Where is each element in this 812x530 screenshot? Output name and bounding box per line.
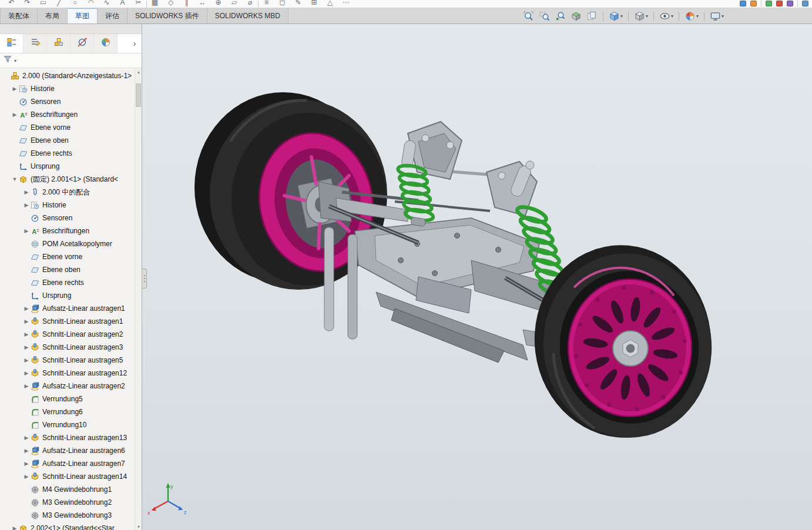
tree-item[interactable]: M3 Gewindebohrung2 — [0, 496, 142, 509]
dropdown-caret-icon[interactable]: ▾ — [620, 14, 623, 19]
tree-item[interactable]: Verrundung6 — [0, 405, 142, 418]
filter-icon[interactable] — [3, 55, 12, 66]
tree-item[interactable]: Verrundung10 — [0, 418, 142, 431]
smart-dimension-icon[interactable]: ⌀ — [242, 0, 258, 8]
expand-arrow[interactable]: ▶ — [22, 318, 31, 324]
view-selector-icon[interactable] — [585, 10, 599, 22]
construction-geometry-icon[interactable]: ◻ — [274, 0, 290, 8]
scrollbar-up-arrow[interactable]: ▲ — [135, 68, 142, 75]
edit-appearance-icon[interactable]: ▾ — [683, 10, 700, 22]
front-left-shock[interactable] — [397, 122, 462, 227]
taskpane-document-icon[interactable] — [740, 1, 746, 6]
tree-item[interactable]: ▶ABeschriftungen — [0, 224, 142, 237]
expand-arrow[interactable]: ▶ — [11, 112, 19, 118]
tree-item[interactable]: Verrundung5 — [0, 393, 142, 405]
tree-item[interactable]: Ebene vorne — [0, 250, 142, 263]
expand-arrow[interactable]: ▶ — [11, 525, 19, 530]
tree-item[interactable]: Ebene rechts — [0, 276, 142, 289]
tree-item[interactable]: ▶Schnitt-Linear austragen2 — [0, 328, 142, 341]
sketch-edit-icon[interactable]: ✎ — [290, 0, 306, 8]
tree-item[interactable]: ▶Aufsatz-Linear austragen6 — [0, 444, 142, 457]
ribbon-tab-layout[interactable]: 布局 — [38, 8, 68, 24]
displaymanager-tab[interactable] — [94, 34, 118, 53]
filter-caret-icon[interactable]: ▾ — [14, 58, 16, 63]
arc-tool-icon[interactable]: ◠ — [83, 0, 99, 8]
tree-item[interactable]: ▶Aufsatz-Linear austragen1 — [0, 302, 142, 315]
tree-item[interactable]: ▶2.002<1> (Standard<<Star — [0, 522, 142, 530]
point-tool-icon[interactable]: ⊕ — [210, 0, 226, 8]
view-orientation-icon[interactable]: ▾ — [608, 10, 624, 22]
hide-show-items-icon[interactable]: ▾ — [658, 10, 675, 22]
propertymanager-tab[interactable] — [24, 34, 47, 53]
tree-item[interactable]: Ursprung — [0, 289, 142, 302]
circle-tool-icon[interactable]: ○ — [67, 0, 83, 8]
more-tools-icon[interactable]: ⋯ — [338, 0, 354, 8]
parallelogram-tool-icon[interactable]: ▱ — [226, 0, 242, 8]
expand-arrow[interactable]: ▶ — [22, 435, 31, 441]
view-settings-icon[interactable]: ▾ — [709, 10, 725, 22]
tree-item[interactable]: Ebene oben — [0, 263, 142, 276]
linear-pattern-icon[interactable]: ▦ — [147, 0, 163, 8]
expand-arrow[interactable]: ▶ — [22, 202, 31, 208]
ribbon-tab-sketch[interactable]: 草图 — [68, 8, 98, 24]
tree-item[interactable]: ▶Schnitt-Linear austragen3 — [0, 341, 142, 354]
tree-item[interactable]: POM Acetalkopolymer — [0, 237, 142, 250]
expand-arrow[interactable]: ▶ — [22, 306, 31, 311]
undo-icon[interactable]: ↶ — [4, 0, 19, 8]
redo-icon[interactable]: ↷ — [19, 0, 35, 8]
taskpane-addins-icon[interactable] — [787, 1, 793, 6]
tree-item[interactable]: ▶Schnitt-Linear austragen5 — [0, 354, 142, 367]
tree-filter-row[interactable]: ▾ — [0, 53, 142, 68]
tree-item[interactable]: M3 Gewindebohrung3 — [0, 509, 142, 522]
expand-arrow[interactable]: ▶ — [22, 448, 31, 454]
taskpane-resources-icon[interactable] — [776, 1, 783, 6]
display-relations-icon[interactable]: ≡ — [259, 0, 274, 8]
tree-item[interactable]: ▶ABeschriftungen — [0, 108, 142, 121]
tree-scrollbar[interactable]: ▲ ▼ — [135, 68, 142, 530]
mirror-entities-icon[interactable]: ↔ — [194, 0, 210, 8]
expand-arrow[interactable]: ▶ — [22, 344, 31, 350]
rectangle-tool-icon[interactable]: ▭ — [35, 0, 51, 8]
expand-arrow[interactable]: ▶ — [22, 370, 31, 376]
dropdown-caret-icon[interactable]: ▾ — [646, 14, 648, 19]
spline-tool-icon[interactable]: ∿ — [99, 0, 115, 8]
tree-item[interactable]: Ursprung — [0, 160, 142, 173]
tree-item[interactable]: Sensoren — [0, 212, 142, 224]
panel-splitter-handle[interactable] — [142, 269, 147, 289]
display-style-icon[interactable]: ▾ — [633, 10, 649, 22]
line-tool-icon[interactable]: ╱ — [51, 0, 67, 8]
expand-arrow[interactable]: ▼ — [11, 176, 19, 182]
tree-item[interactable]: ▶2.000 中的配合 — [0, 186, 142, 199]
scrollbar-down-arrow[interactable]: ▼ — [135, 523, 142, 530]
tree-item[interactable]: Ebene oben — [0, 134, 142, 147]
tree-item[interactable]: ▶Schnitt-Linear austragen13 — [0, 431, 142, 444]
expand-arrow[interactable]: ▶ — [22, 383, 31, 389]
trim-entities-icon[interactable]: ✂ — [130, 0, 146, 8]
tree-item[interactable]: M4 Gewindebohrung1 — [0, 483, 142, 496]
tree-item[interactable]: ▼(固定) 2.001<1> (Standard< — [0, 173, 142, 186]
tree-item[interactable]: Sensoren — [0, 95, 142, 108]
ribbon-tab-mbd[interactable]: SOLIDWORKS MBD — [207, 8, 288, 24]
dropdown-caret-icon[interactable]: ▾ — [671, 14, 673, 19]
dropdown-caret-icon[interactable]: ▾ — [722, 14, 724, 19]
zoom-to-area-icon[interactable] — [538, 10, 551, 22]
ribbon-tab-assembly[interactable]: 装配体 — [0, 8, 38, 24]
tree-item[interactable]: ▶Historie — [0, 82, 142, 95]
scrollbar-thumb[interactable] — [136, 83, 141, 107]
previous-view-icon[interactable] — [553, 10, 567, 22]
expand-arrow[interactable]: ▶ — [22, 461, 31, 467]
tree-item[interactable]: ▶Schnitt-Linear austragen1 — [0, 315, 142, 328]
expand-arrow[interactable]: ▶ — [22, 357, 31, 363]
graphics-viewport[interactable]: y x z — [142, 24, 812, 530]
triangle-tool-icon[interactable]: △ — [322, 0, 338, 8]
tree-item[interactable]: ▶Historie — [0, 199, 142, 212]
tree-item[interactable]: ▶Aufsatz-Linear austragen2 — [0, 380, 142, 393]
tree-item[interactable]: 2.000 (Standard<Anzeigestatus-1> — [0, 69, 142, 82]
tree-item[interactable]: ▶Aufsatz-Linear austragen7 — [0, 457, 142, 470]
taskpane-library-icon[interactable] — [766, 1, 772, 6]
expand-arrow[interactable]: ▶ — [22, 189, 31, 195]
tree-item[interactable]: Ebene vorne — [0, 121, 142, 134]
tree-item[interactable]: Ebene rechts — [0, 147, 142, 160]
ribbon-tab-addins[interactable]: SOLIDWORKS 插件 — [127, 8, 207, 24]
grid-snap-icon[interactable]: ⊞ — [306, 0, 322, 8]
